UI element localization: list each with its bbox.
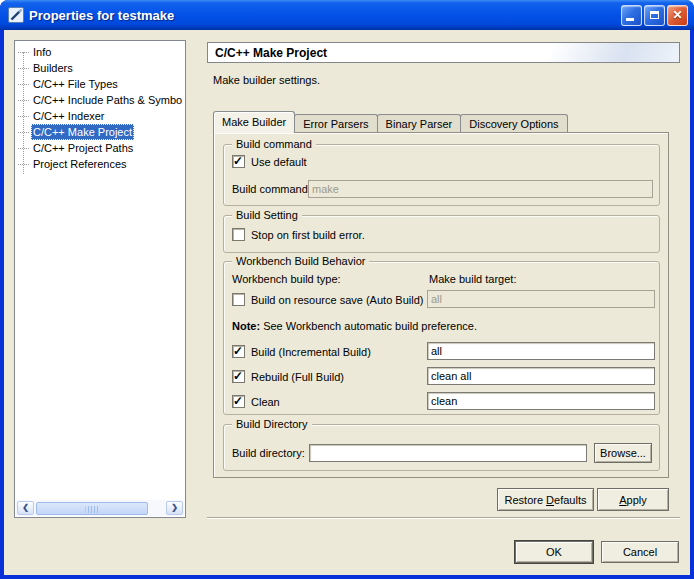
dialog-icon xyxy=(8,7,24,23)
ok-button[interactable]: OK xyxy=(515,541,593,563)
stop-on-error-checkbox[interactable] xyxy=(232,228,245,241)
build-directory-legend: Build Directory xyxy=(232,417,312,431)
maximize-icon xyxy=(650,11,659,19)
minimize-icon xyxy=(626,18,634,21)
clean-checkbox[interactable] xyxy=(232,395,245,408)
build-incremental-label: Build (Incremental Build) xyxy=(251,346,371,358)
tree-horizontal-scrollbar[interactable]: ❮ ❯ xyxy=(16,500,184,516)
auto-build-target-input xyxy=(427,290,655,308)
tree-guide-line xyxy=(23,52,24,174)
tab-make-builder[interactable]: Make Builder xyxy=(213,111,295,133)
build-incremental-target-input[interactable] xyxy=(427,342,655,360)
build-directory-group: Build Directory Build directory: Browse.… xyxy=(223,424,660,471)
workbench-legend: Workbench Build Behavior xyxy=(232,254,369,268)
workbench-group: Workbench Build Behavior Workbench build… xyxy=(223,261,660,415)
build-command-input xyxy=(308,180,653,198)
button-separator xyxy=(207,517,680,519)
build-setting-legend: Build Setting xyxy=(232,208,302,222)
scrollbar-grip-icon xyxy=(86,506,99,513)
rebuild-full-row: Rebuild (Full Build) xyxy=(232,370,344,383)
cancel-button[interactable]: Cancel xyxy=(601,541,679,563)
rebuild-full-target-input[interactable] xyxy=(427,367,655,385)
page-subtitle: Make builder settings. xyxy=(213,74,320,86)
build-directory-input[interactable] xyxy=(309,444,587,462)
close-icon: ✕ xyxy=(672,9,682,21)
tree-item-include-paths[interactable]: C/C++ Include Paths & Symbo xyxy=(15,92,185,108)
tree-item-make-project[interactable]: C/C++ Make Project xyxy=(15,124,185,140)
build-command-group: Build command Use default Build command: xyxy=(223,144,660,206)
apply-button[interactable]: Apply xyxy=(597,488,669,511)
build-incremental-row: Build (Incremental Build) xyxy=(232,345,371,358)
tab-discovery-options[interactable]: Discovery Options xyxy=(460,114,567,133)
rebuild-full-checkbox[interactable] xyxy=(232,370,245,383)
use-default-checkbox[interactable] xyxy=(232,155,245,168)
stop-on-error-row: Stop on first build error. xyxy=(232,228,365,241)
make-build-target-label: Make build target: xyxy=(429,270,516,288)
auto-build-checkbox[interactable] xyxy=(232,293,245,306)
make-builder-panel: Build command Use default Build command:… xyxy=(213,132,669,478)
browse-button[interactable]: Browse... xyxy=(594,443,652,463)
tree-item-project-references[interactable]: Project References xyxy=(15,156,185,172)
auto-build-label: Build on resource save (Auto Build) xyxy=(251,294,423,306)
page-title-banner: C/C++ Make Project xyxy=(207,42,680,63)
properties-tree: Info Builders C/C++ File Types C/C++ Inc… xyxy=(14,40,186,518)
tab-error-parsers[interactable]: Error Parsers xyxy=(294,114,377,133)
build-incremental-checkbox[interactable] xyxy=(232,345,245,358)
workbench-build-type-label: Workbench build type: xyxy=(232,270,341,288)
restore-defaults-button[interactable]: Restore Defaults xyxy=(497,488,594,511)
minimize-button[interactable] xyxy=(621,5,642,26)
tab-binary-parser[interactable]: Binary Parser xyxy=(377,114,462,133)
build-command-label: Build command: xyxy=(232,180,311,198)
build-setting-group: Build Setting Stop on first build error. xyxy=(223,215,660,253)
properties-dialog: Properties for testmake ✕ Info Builders … xyxy=(0,0,694,579)
tree-item-builders[interactable]: Builders xyxy=(15,60,185,76)
tree-item-project-paths[interactable]: C/C++ Project Paths xyxy=(15,140,185,156)
window-title: Properties for testmake xyxy=(29,8,621,23)
maximize-button[interactable] xyxy=(644,5,665,26)
scrollbar-thumb[interactable] xyxy=(36,502,148,515)
rebuild-full-label: Rebuild (Full Build) xyxy=(251,371,344,383)
tree-item-info[interactable]: Info xyxy=(15,44,185,60)
scroll-right-arrow-icon[interactable]: ❯ xyxy=(166,501,183,515)
workbench-note: Note: See Workbench automatic build pref… xyxy=(232,317,477,335)
build-command-legend: Build command xyxy=(232,137,316,151)
build-directory-label: Build directory: xyxy=(232,444,305,462)
title-bar[interactable]: Properties for testmake ✕ xyxy=(0,0,694,30)
page-title: C/C++ Make Project xyxy=(215,46,327,60)
tree-item-indexer[interactable]: C/C++ Indexer xyxy=(15,108,185,124)
use-default-label: Use default xyxy=(251,156,307,168)
tree-list: Info Builders C/C++ File Types C/C++ Inc… xyxy=(15,44,185,172)
clean-target-input[interactable] xyxy=(427,392,655,410)
tree-item-file-types[interactable]: C/C++ File Types xyxy=(15,76,185,92)
scroll-left-arrow-icon[interactable]: ❮ xyxy=(17,501,34,515)
tab-bar: Make Builder Error Parsers Binary Parser… xyxy=(213,112,567,133)
use-default-row: Use default xyxy=(232,155,307,168)
clean-row: Clean xyxy=(232,395,280,408)
stop-on-error-label: Stop on first build error. xyxy=(251,229,365,241)
close-button[interactable]: ✕ xyxy=(667,5,688,26)
clean-label: Clean xyxy=(251,396,280,408)
auto-build-row: Build on resource save (Auto Build) xyxy=(232,293,423,306)
